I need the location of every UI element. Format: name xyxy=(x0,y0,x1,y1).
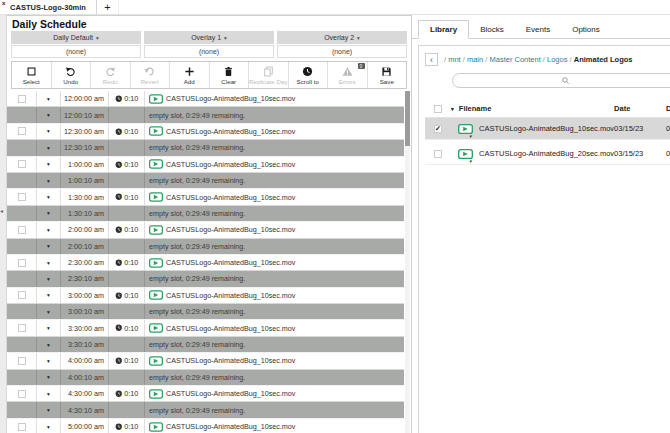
duration-column-header[interactable]: Duration xyxy=(666,104,670,113)
toolbar-button-clear[interactable]: Clear xyxy=(210,62,250,88)
row-caret-icon[interactable]: ▾ xyxy=(37,124,61,139)
schedule-tab[interactable]: x CASTUS-Logo-30min xyxy=(0,0,97,14)
row-checkbox[interactable] xyxy=(7,304,37,319)
row-checkbox[interactable] xyxy=(7,222,37,237)
schedule-row-empty[interactable]: ▾2:00:10 amempty slot, 0:29:49 remaining… xyxy=(7,239,404,255)
row-caret-icon[interactable]: ▾ xyxy=(37,239,61,254)
row-caret-icon[interactable]: ▾ xyxy=(37,91,61,106)
panel-splitter[interactable]: ◂ xyxy=(0,15,7,433)
library-file-row[interactable]: ▾CASTUSLogo-AnimatedBug_20sec.mov03/15/2… xyxy=(425,143,670,165)
schedule-row-file[interactable]: ▾4:00:00 am0:10CASTUSLogo-AnimatedBug_10… xyxy=(7,353,404,369)
schedule-row-file[interactable]: ▾4:30:00 am0:10CASTUSLogo-AnimatedBug_10… xyxy=(7,386,404,402)
row-caret-icon[interactable]: ▾ xyxy=(37,370,61,385)
file-checkbox[interactable] xyxy=(434,150,442,158)
toolbar-button-revert[interactable]: Revert xyxy=(131,62,171,88)
new-tab-button[interactable]: + xyxy=(97,0,119,14)
schedule-row-empty[interactable]: ▾4:00:10 amempty slot, 0:29:49 remaining… xyxy=(7,370,404,386)
schedule-scrollbar[interactable] xyxy=(405,91,410,433)
select-all-checkbox[interactable] xyxy=(434,105,442,113)
overlay-2-dropdown[interactable]: Overlay 2 ▾ xyxy=(277,31,407,44)
row-checkbox[interactable] xyxy=(7,271,37,286)
schedule-row-empty[interactable]: ▾2:30:10 amempty slot, 0:29:49 remaining… xyxy=(7,271,404,287)
row-caret-icon[interactable]: ▾ xyxy=(37,419,61,433)
overlay-1-dropdown[interactable]: Overlay 1 ▾ xyxy=(144,31,274,44)
row-checkbox[interactable] xyxy=(7,337,37,352)
row-checkbox[interactable] xyxy=(7,370,37,385)
toolbar-button-errors[interactable]: Errors0 xyxy=(328,62,368,88)
schedule-row-file[interactable]: ▾12:30:00 am0:10CASTUSLogo-AnimatedBug_1… xyxy=(7,124,404,140)
row-caret-icon[interactable]: ▾ xyxy=(37,189,61,204)
breadcrumb-link-main[interactable]: main xyxy=(467,55,483,64)
row-caret-icon[interactable]: ▾ xyxy=(37,288,61,303)
toolbar-button-select[interactable]: Select xyxy=(12,62,52,88)
toolbar-button-replicate-day[interactable]: Replicate Day xyxy=(249,62,289,88)
tab-options[interactable]: Options xyxy=(561,21,611,38)
toolbar-button-undo[interactable]: Undo xyxy=(52,62,92,88)
row-checkbox[interactable] xyxy=(7,353,37,368)
daily-default-dropdown[interactable]: Daily Default ▾ xyxy=(11,31,141,44)
overlay-1-value[interactable]: (none) xyxy=(144,45,274,58)
row-checkbox[interactable] xyxy=(7,124,37,139)
row-checkbox[interactable] xyxy=(7,91,37,106)
breadcrumb-link-mnt[interactable]: mnt xyxy=(448,55,461,64)
row-caret-icon[interactable]: ▾ xyxy=(37,320,61,335)
row-checkbox[interactable] xyxy=(7,288,37,303)
row-caret-icon[interactable]: ▾ xyxy=(37,353,61,368)
toolbar-button-scroll-to[interactable]: Scroll to xyxy=(289,62,329,88)
schedule-row-empty[interactable]: ▾3:30:10 amempty slot, 0:29:49 remaining… xyxy=(7,337,404,353)
row-checkbox[interactable] xyxy=(7,173,37,188)
schedule-row-empty[interactable]: ▾3:00:10 amempty slot, 0:29:49 remaining… xyxy=(7,304,404,320)
schedule-row-file[interactable]: ▾3:00:00 am0:10CASTUSLogo-AnimatedBug_10… xyxy=(7,288,404,304)
file-checkbox[interactable]: ✓ xyxy=(434,125,442,133)
library-file-row[interactable]: ✓▾CASTUSLogo-AnimatedBug_10sec.mov03/15/… xyxy=(425,118,670,140)
schedule-row-empty[interactable]: ▾4:30:10 amempty slot, 0:29:49 remaining… xyxy=(7,402,404,418)
tab-library[interactable]: Library xyxy=(418,20,469,39)
schedule-row-file[interactable]: ▾5:00:00 am0:10CASTUSLogo-AnimatedBug_10… xyxy=(7,419,404,433)
schedule-row-empty[interactable]: ▾1:30:10 amempty slot, 0:29:49 remaining… xyxy=(7,206,404,222)
row-caret-icon[interactable]: ▾ xyxy=(37,255,61,270)
schedule-row-file[interactable]: ▾3:30:00 am0:10CASTUSLogo-AnimatedBug_10… xyxy=(7,320,404,336)
schedule-row-file[interactable]: ▾1:30:00 am0:10CASTUSLogo-AnimatedBug_10… xyxy=(7,189,404,205)
toolbar-button-add[interactable]: Add xyxy=(170,62,210,88)
row-caret-icon[interactable]: ▾ xyxy=(37,222,61,237)
row-checkbox[interactable] xyxy=(7,140,37,155)
schedule-row-file[interactable]: ▾12:00:00 am0:10CASTUSLogo-AnimatedBug_1… xyxy=(7,91,404,107)
breadcrumb-link-master-content[interactable]: Master Content xyxy=(489,55,540,64)
row-caret-icon[interactable]: ▾ xyxy=(37,173,61,188)
caret-down-icon[interactable]: ▾ xyxy=(469,133,472,139)
row-checkbox[interactable] xyxy=(7,402,37,417)
toolbar-button-redo[interactable]: Redo xyxy=(91,62,131,88)
row-caret-icon[interactable]: ▾ xyxy=(37,304,61,319)
schedule-row-empty[interactable]: ▾12:30:10 amempty slot, 0:29:49 remainin… xyxy=(7,140,404,156)
overlay-2-value[interactable]: (none) xyxy=(277,45,407,58)
schedule-row-file[interactable]: ▾2:00:00 am0:10CASTUSLogo-AnimatedBug_10… xyxy=(7,222,404,238)
row-caret-icon[interactable]: ▾ xyxy=(37,402,61,417)
row-checkbox[interactable] xyxy=(7,189,37,204)
sort-caret-icon[interactable]: ▾ xyxy=(451,106,454,112)
row-checkbox[interactable] xyxy=(7,255,37,270)
tab-blocks[interactable]: Blocks xyxy=(469,21,515,38)
close-icon[interactable]: x xyxy=(2,0,5,7)
toolbar-button-save[interactable]: Save xyxy=(368,62,407,88)
row-caret-icon[interactable]: ▾ xyxy=(37,107,61,122)
row-caret-icon[interactable]: ▾ xyxy=(37,337,61,352)
daily-default-value[interactable]: (none) xyxy=(11,45,141,58)
search-input[interactable] xyxy=(452,73,670,88)
scrollbar-thumb[interactable] xyxy=(405,91,410,146)
tab-events[interactable]: Events xyxy=(515,21,561,38)
filename-column-header[interactable]: Filename xyxy=(459,104,492,113)
schedule-row-empty[interactable]: ▾12:00:10 amempty slot, 0:29:49 remainin… xyxy=(7,107,404,123)
row-checkbox[interactable] xyxy=(7,239,37,254)
row-caret-icon[interactable]: ▾ xyxy=(37,271,61,286)
row-checkbox[interactable] xyxy=(7,206,37,221)
row-caret-icon[interactable]: ▾ xyxy=(37,157,61,172)
row-checkbox[interactable] xyxy=(7,386,37,401)
row-caret-icon[interactable]: ▾ xyxy=(37,140,61,155)
row-checkbox[interactable] xyxy=(7,320,37,335)
row-checkbox[interactable] xyxy=(7,419,37,433)
row-caret-icon[interactable]: ▾ xyxy=(37,206,61,221)
schedule-row-file[interactable]: ▾2:30:00 am0:10CASTUSLogo-AnimatedBug_10… xyxy=(7,255,404,271)
row-checkbox[interactable] xyxy=(7,157,37,172)
breadcrumb-back-button[interactable]: ‹ xyxy=(425,53,438,66)
caret-down-icon[interactable]: ▾ xyxy=(469,158,472,164)
